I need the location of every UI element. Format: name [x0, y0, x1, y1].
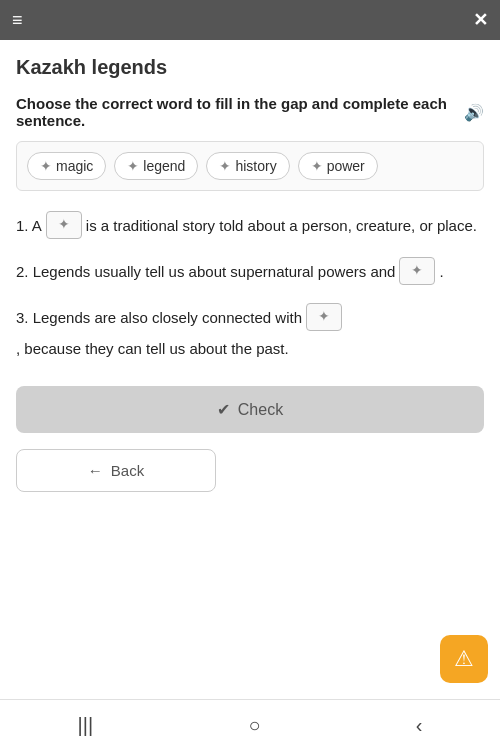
back-label: Back [111, 462, 144, 479]
bottom-nav: ||| ○ ‹ [0, 699, 500, 751]
hamburger-icon[interactable]: ≡ [12, 10, 23, 31]
page-title: Kazakh legends [16, 56, 484, 79]
nav-back-icon[interactable]: ‹ [416, 714, 423, 737]
plus-icon: ✦ [219, 158, 231, 174]
word-chip-legend[interactable]: ✦ legend [114, 152, 198, 180]
check-label: Check [238, 401, 283, 419]
word-chip-history[interactable]: ✦ history [206, 152, 289, 180]
sentence-2-text-after: . [439, 258, 443, 285]
close-icon[interactable]: ✕ [473, 9, 488, 31]
plus-icon: ✦ [311, 158, 323, 174]
word-bank: ✦ magic ✦ legend ✦ history ✦ power [16, 141, 484, 191]
warning-fab[interactable]: ⚠ [440, 635, 488, 683]
blank-1[interactable]: ✦ [46, 211, 82, 239]
sentence-1-text-after: is a traditional story told about a pers… [86, 212, 477, 239]
sentence-3-text-after: , because they can tell us about the pas… [16, 335, 289, 362]
sentence-2-text-before: 2. Legends usually tell us about superna… [16, 258, 395, 285]
sentence-3-line: 3. Legends are also closely connected wi… [16, 303, 484, 362]
instruction-text: Choose the correct word to fill in the g… [16, 95, 456, 129]
sentence-3: 3. Legends are also closely connected wi… [16, 303, 484, 362]
back-button[interactable]: ← Back [16, 449, 216, 492]
sentence-1-text-before: 1. A [16, 212, 42, 239]
check-button[interactable]: ✔ Check [16, 386, 484, 433]
instruction: Choose the correct word to fill in the g… [16, 95, 484, 129]
plus-icon: ✦ [40, 158, 52, 174]
top-bar: ≡ ✕ [0, 0, 500, 40]
word-chip-magic[interactable]: ✦ magic [27, 152, 106, 180]
warning-icon: ⚠ [454, 646, 474, 672]
sentence-2-line: 2. Legends usually tell us about superna… [16, 257, 484, 285]
word-label: history [235, 158, 276, 174]
main-content: Kazakh legends Choose the correct word t… [0, 40, 500, 720]
word-chip-power[interactable]: ✦ power [298, 152, 378, 180]
sentences-area: 1. A ✦ is a traditional story told about… [16, 211, 484, 362]
nav-menu-icon[interactable]: ||| [78, 714, 94, 737]
plus-icon: ✦ [127, 158, 139, 174]
nav-home-icon[interactable]: ○ [248, 714, 260, 737]
audio-icon[interactable]: 🔊 [464, 103, 484, 122]
word-label: legend [143, 158, 185, 174]
sentence-1: 1. A ✦ is a traditional story told about… [16, 211, 484, 239]
blank-3[interactable]: ✦ [306, 303, 342, 331]
word-label: power [327, 158, 365, 174]
check-icon: ✔ [217, 400, 230, 419]
sentence-3-text-before: 3. Legends are also closely connected wi… [16, 304, 302, 331]
blank-2[interactable]: ✦ [399, 257, 435, 285]
sentence-2: 2. Legends usually tell us about superna… [16, 257, 484, 285]
arrow-left-icon: ← [88, 462, 103, 479]
sentence-1-line: 1. A ✦ is a traditional story told about… [16, 211, 484, 239]
word-label: magic [56, 158, 93, 174]
